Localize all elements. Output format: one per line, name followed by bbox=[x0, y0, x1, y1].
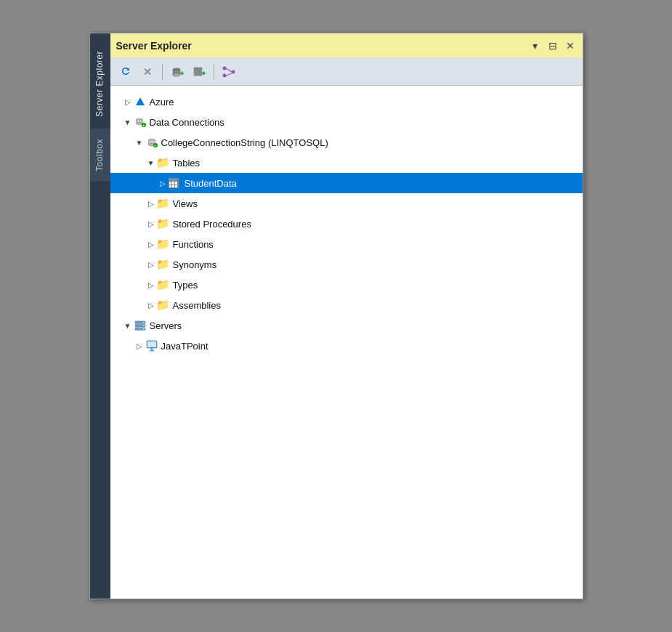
toolbar-separator-1 bbox=[162, 64, 163, 80]
sp-folder-icon: 📁 bbox=[157, 217, 170, 230]
college-connection-label: CollegeConnectionString (LINQTOSQL) bbox=[161, 137, 328, 148]
assemblies-folder-icon: 📁 bbox=[157, 299, 170, 312]
tree-node-javatpoint[interactable]: ▷ JavaTPoint bbox=[110, 336, 583, 356]
expand-icon-college: ▼ bbox=[134, 137, 145, 148]
expand-icon-synonyms: ▷ bbox=[145, 259, 157, 270]
server-explorer-window: Server Explorer Toolbox Server Explorer … bbox=[89, 33, 583, 599]
svg-rect-10 bbox=[223, 67, 226, 70]
servers-icon bbox=[134, 319, 147, 332]
title-bar-controls: ▾ ⊟ ✕ bbox=[529, 41, 577, 51]
title-bar: Server Explorer ▾ ⊟ ✕ bbox=[110, 33, 583, 58]
tree-node-servers[interactable]: ▼ Servers bbox=[110, 315, 583, 336]
expand-icon-types: ▷ bbox=[145, 279, 157, 291]
data-connections-label: Data Connections bbox=[150, 117, 224, 128]
svg-rect-34 bbox=[150, 348, 153, 350]
tree-node-college-connection[interactable]: ▼ + CollegeConnectionString (LINQTOSQL) bbox=[110, 132, 583, 153]
svg-point-30 bbox=[142, 325, 144, 326]
add-server-icon bbox=[192, 65, 206, 79]
refresh-button[interactable] bbox=[116, 62, 135, 81]
tree-node-functions[interactable]: ▷ 📁 Functions bbox=[110, 234, 583, 254]
side-tab-server-explorer[interactable]: Server Explorer bbox=[90, 41, 110, 127]
svg-text:+: + bbox=[142, 123, 145, 127]
views-label: Views bbox=[173, 198, 198, 209]
tree-area: ▷ Azure ▼ bbox=[110, 86, 583, 599]
svg-line-13 bbox=[226, 68, 232, 72]
expand-icon-student: ▷ bbox=[157, 177, 169, 189]
svg-rect-33 bbox=[147, 341, 156, 347]
azure-icon bbox=[134, 95, 147, 108]
functions-folder-icon: 📁 bbox=[157, 238, 170, 251]
svg-rect-12 bbox=[232, 70, 235, 73]
sp-label: Stored Procedures bbox=[173, 219, 251, 230]
svg-rect-7 bbox=[194, 73, 202, 76]
svg-point-31 bbox=[142, 328, 144, 330]
javatpoint-label: JavaTPoint bbox=[161, 341, 209, 352]
types-folder-icon: 📁 bbox=[157, 278, 170, 291]
expand-icon-javatpoint: ▷ bbox=[134, 340, 145, 352]
assemblies-label: Assemblies bbox=[173, 300, 221, 311]
tables-folder-icon: 📁 bbox=[157, 156, 170, 169]
synonyms-folder-icon: 📁 bbox=[157, 258, 170, 271]
close-button[interactable]: ✕ bbox=[564, 41, 577, 51]
svg-text:+: + bbox=[154, 143, 156, 147]
svg-point-2 bbox=[173, 73, 180, 76]
filter-button[interactable] bbox=[219, 62, 238, 81]
tree-node-data-connections[interactable]: ▼ + Data Connections bbox=[110, 112, 583, 132]
stop-icon: ✕ bbox=[143, 66, 152, 78]
svg-rect-11 bbox=[223, 74, 226, 77]
side-tab-strip: Server Explorer Toolbox bbox=[90, 33, 110, 599]
expand-icon-data-connections: ▼ bbox=[122, 116, 134, 128]
tree-node-student-data[interactable]: ▷ StudentData bbox=[110, 173, 583, 193]
expand-icon-servers: ▼ bbox=[122, 320, 134, 331]
svg-marker-15 bbox=[136, 97, 145, 105]
expand-icon-functions: ▷ bbox=[145, 238, 157, 250]
undock-button[interactable]: ⊟ bbox=[546, 41, 559, 51]
refresh-icon bbox=[119, 65, 132, 78]
svg-rect-9 bbox=[203, 71, 204, 75]
expand-icon-tables: ▼ bbox=[145, 157, 157, 169]
tree-node-assemblies[interactable]: ▷ 📁 Assemblies bbox=[110, 295, 583, 315]
add-server-button[interactable] bbox=[190, 62, 209, 81]
tree-node-types[interactable]: ▷ 📁 Types bbox=[110, 275, 583, 295]
expand-icon-views: ▷ bbox=[145, 198, 157, 209]
views-folder-icon: 📁 bbox=[157, 197, 170, 210]
synonyms-label: Synonyms bbox=[173, 259, 217, 270]
college-db-icon: + bbox=[145, 136, 158, 149]
add-db-icon bbox=[170, 65, 185, 79]
toolbar-separator-2 bbox=[214, 64, 214, 80]
pin-button[interactable]: ▾ bbox=[529, 41, 542, 51]
svg-rect-5 bbox=[194, 68, 202, 70]
tree-node-tables[interactable]: ▼ 📁 Tables bbox=[110, 153, 583, 173]
tables-label: Tables bbox=[173, 158, 201, 169]
expand-icon-assemblies: ▷ bbox=[145, 299, 157, 311]
toolbar: ✕ bbox=[110, 58, 583, 86]
stop-button[interactable]: ✕ bbox=[138, 62, 157, 81]
tree-node-stored-procedures[interactable]: ▷ 📁 Stored Procedures bbox=[110, 214, 583, 234]
svg-rect-35 bbox=[149, 350, 154, 352]
window-title: Server Explorer bbox=[116, 40, 192, 52]
functions-label: Functions bbox=[173, 239, 214, 250]
add-database-button[interactable] bbox=[168, 62, 187, 81]
tree-node-views[interactable]: ▷ 📁 Views bbox=[110, 193, 583, 214]
expand-icon-azure: ▷ bbox=[122, 96, 134, 108]
expand-icon-sp: ▷ bbox=[145, 218, 157, 230]
types-label: Types bbox=[173, 280, 198, 291]
student-data-icon bbox=[169, 177, 182, 190]
svg-rect-6 bbox=[194, 70, 202, 73]
tree-node-azure[interactable]: ▷ Azure bbox=[110, 92, 583, 112]
svg-point-29 bbox=[142, 322, 144, 323]
filter-icon bbox=[222, 65, 236, 79]
svg-line-14 bbox=[226, 73, 232, 76]
main-panel: Server Explorer ▾ ⊟ ✕ ✕ bbox=[110, 33, 583, 599]
data-connections-icon: + bbox=[134, 116, 147, 129]
azure-label: Azure bbox=[150, 97, 174, 108]
servers-label: Servers bbox=[150, 320, 182, 331]
table-grid-visual bbox=[169, 178, 179, 188]
tree-node-synonyms[interactable]: ▷ 📁 Synonyms bbox=[110, 254, 583, 275]
javatpoint-icon bbox=[145, 339, 158, 352]
student-data-label: StudentData bbox=[185, 178, 237, 189]
svg-rect-4 bbox=[181, 71, 182, 75]
side-tab-toolbox[interactable]: Toolbox bbox=[90, 129, 110, 182]
